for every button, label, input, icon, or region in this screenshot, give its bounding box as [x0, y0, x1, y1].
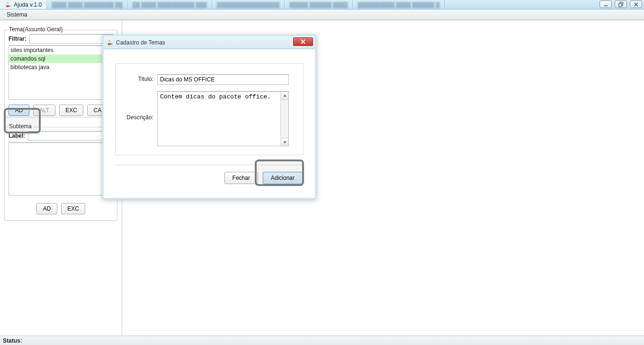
taskbar-app-title: Ajuda v.1.0	[14, 1, 42, 8]
dialog-close-button[interactable]	[293, 37, 313, 46]
list-item[interactable]: bibliotecas java	[9, 63, 113, 71]
window-close-button[interactable]	[630, 0, 642, 8]
svg-rect-2	[618, 3, 621, 6]
dialog-titlebar[interactable]: Cadastro de Temas	[104, 36, 315, 49]
tema-fieldset: Tema(Assunto Geral) Filtrar: sites impor…	[4, 30, 117, 117]
descricao-wrapper	[157, 91, 289, 146]
java-icon	[5, 1, 11, 8]
menu-sistema[interactable]: Sistema	[3, 10, 31, 19]
filter-input[interactable]	[29, 34, 113, 44]
svg-rect-0	[604, 5, 607, 6]
taskbar-item-blurred-4[interactable]: █████ ██████ ████	[285, 0, 353, 9]
subtema-listbox[interactable]	[9, 142, 113, 195]
dialog-title: Cadastro de Temas	[116, 39, 165, 46]
taskbar-item-blurred-2[interactable]: ██ ████ ██████████ ███	[128, 0, 212, 9]
java-icon	[107, 39, 113, 46]
filter-label: Filtrar:	[9, 35, 27, 42]
textarea-scrollbar[interactable]	[280, 92, 288, 146]
descricao-textarea[interactable]	[158, 92, 280, 146]
menubar: Sistema	[0, 9, 644, 20]
tema-listbox[interactable]: sites importantes comandos sql bibliotec…	[9, 45, 113, 100]
tema-exc-button[interactable]: EXC	[59, 105, 83, 116]
dialog-separator	[115, 165, 304, 165]
dialog-inner-panel: Titulo: Descrição:	[115, 63, 304, 155]
titulo-label: Titulo:	[124, 74, 153, 82]
list-item[interactable]: sites importantes	[9, 46, 113, 54]
fechar-button[interactable]: Fechar	[224, 172, 258, 184]
subtema-label-input[interactable]	[28, 131, 113, 141]
cadastro-temas-dialog: Cadastro de Temas Titulo: Descrição:	[102, 35, 316, 199]
tema-legend: Tema(Assunto Geral)	[8, 26, 64, 33]
subtema-ad-button[interactable]: AD	[36, 203, 57, 214]
scroll-down-button[interactable]	[281, 138, 288, 146]
subtema-fieldset: Subtema Label: AD EXC	[4, 127, 117, 221]
tema-ad-button[interactable]: AD	[9, 105, 29, 116]
adicionar-button[interactable]: Adicionar	[263, 172, 303, 184]
status-label: Status:	[3, 337, 22, 344]
subtema-label-label: Label:	[9, 133, 25, 139]
list-item[interactable]: comandos sql	[9, 54, 113, 63]
window-controls	[599, 0, 642, 8]
subtema-exc-button[interactable]: EXC	[61, 203, 85, 214]
taskbar-item-blurred-5[interactable]: ██████████ ████ ██████ █	[353, 0, 445, 9]
descricao-label: Descrição:	[124, 91, 153, 121]
scroll-up-button[interactable]	[281, 92, 288, 100]
statusbar: Status:	[0, 336, 644, 345]
dialog-button-row: Fechar Adicionar	[115, 172, 304, 184]
workspace: Tema(Assunto Geral) Filtrar: sites impor…	[0, 20, 644, 336]
subtema-legend: Subtema	[8, 123, 33, 130]
window-minimize-button[interactable]	[599, 0, 612, 8]
taskbar-item-blurred-1[interactable]: ████ ████ ████████ ██	[47, 0, 127, 9]
tema-alt-button[interactable]: ALT	[33, 105, 55, 116]
os-taskbar: Ajuda v.1.0 ████ ████ ████████ ██ ██ ███…	[0, 0, 644, 9]
titulo-input[interactable]	[157, 74, 289, 85]
window-restore-button[interactable]	[615, 0, 627, 8]
dialog-body: Titulo: Descrição: Fechar Adicionar	[104, 49, 315, 190]
taskbar-item-blurred-3[interactable]: █████████████████	[212, 0, 285, 9]
taskbar-app-item[interactable]: Ajuda v.1.0	[0, 0, 47, 9]
